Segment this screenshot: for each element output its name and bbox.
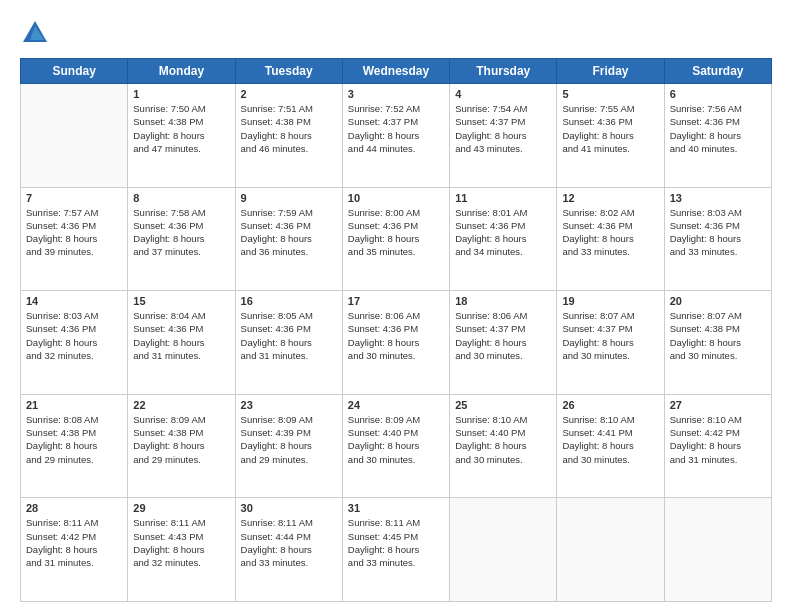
day-info-line: Daylight: 8 hours (670, 440, 741, 451)
calendar-cell: 26Sunrise: 8:10 AMSunset: 4:41 PMDayligh… (557, 394, 664, 498)
day-info-line: and 30 minutes. (455, 350, 523, 361)
day-info-line: and 30 minutes. (562, 350, 630, 361)
day-info-line: Sunrise: 8:04 AM (133, 310, 205, 321)
day-info-line: Daylight: 8 hours (133, 337, 204, 348)
calendar-week-row: 7Sunrise: 7:57 AMSunset: 4:36 PMDaylight… (21, 187, 772, 291)
day-info-line: and 47 minutes. (133, 143, 201, 154)
day-info: Sunrise: 7:50 AMSunset: 4:38 PMDaylight:… (133, 102, 229, 155)
day-info-line: Sunrise: 8:09 AM (348, 414, 420, 425)
day-info-line: Sunset: 4:36 PM (133, 220, 203, 231)
day-info-line: and 33 minutes. (562, 246, 630, 257)
calendar-cell: 9Sunrise: 7:59 AMSunset: 4:36 PMDaylight… (235, 187, 342, 291)
day-info-line: and 30 minutes. (348, 350, 416, 361)
calendar-cell (450, 498, 557, 602)
day-info: Sunrise: 7:54 AMSunset: 4:37 PMDaylight:… (455, 102, 551, 155)
day-info-line: and 32 minutes. (26, 350, 94, 361)
day-info-line: and 34 minutes. (455, 246, 523, 257)
calendar-week-row: 14Sunrise: 8:03 AMSunset: 4:36 PMDayligh… (21, 291, 772, 395)
day-info-line: Sunrise: 8:10 AM (455, 414, 527, 425)
calendar-week-row: 21Sunrise: 8:08 AMSunset: 4:38 PMDayligh… (21, 394, 772, 498)
day-info-line: Daylight: 8 hours (241, 130, 312, 141)
calendar-week-row: 28Sunrise: 8:11 AMSunset: 4:42 PMDayligh… (21, 498, 772, 602)
day-number: 2 (241, 88, 337, 100)
day-info-line: and 29 minutes. (26, 454, 94, 465)
day-info-line: Sunset: 4:42 PM (26, 531, 96, 542)
day-info-line: Sunset: 4:37 PM (562, 323, 632, 334)
day-info: Sunrise: 8:11 AMSunset: 4:42 PMDaylight:… (26, 516, 122, 569)
calendar-cell: 20Sunrise: 8:07 AMSunset: 4:38 PMDayligh… (664, 291, 771, 395)
day-number: 28 (26, 502, 122, 514)
calendar-header-row: SundayMondayTuesdayWednesdayThursdayFrid… (21, 59, 772, 84)
calendar-cell: 8Sunrise: 7:58 AMSunset: 4:36 PMDaylight… (128, 187, 235, 291)
day-info-line: Sunrise: 8:10 AM (670, 414, 742, 425)
day-info-line: and 29 minutes. (241, 454, 309, 465)
calendar-cell: 14Sunrise: 8:03 AMSunset: 4:36 PMDayligh… (21, 291, 128, 395)
day-number: 31 (348, 502, 444, 514)
day-info-line: Sunset: 4:37 PM (455, 116, 525, 127)
day-header-monday: Monday (128, 59, 235, 84)
day-header-friday: Friday (557, 59, 664, 84)
day-info-line: and 33 minutes. (670, 246, 738, 257)
day-info-line: Daylight: 8 hours (348, 440, 419, 451)
day-info: Sunrise: 7:52 AMSunset: 4:37 PMDaylight:… (348, 102, 444, 155)
day-info-line: and 46 minutes. (241, 143, 309, 154)
calendar-cell (21, 84, 128, 188)
day-info: Sunrise: 8:09 AMSunset: 4:39 PMDaylight:… (241, 413, 337, 466)
logo (20, 18, 54, 48)
calendar-cell: 25Sunrise: 8:10 AMSunset: 4:40 PMDayligh… (450, 394, 557, 498)
calendar-cell (557, 498, 664, 602)
day-number: 13 (670, 192, 766, 204)
day-info-line: Sunrise: 7:52 AM (348, 103, 420, 114)
calendar-week-row: 1Sunrise: 7:50 AMSunset: 4:38 PMDaylight… (21, 84, 772, 188)
day-info: Sunrise: 8:05 AMSunset: 4:36 PMDaylight:… (241, 309, 337, 362)
day-info-line: Sunrise: 8:03 AM (670, 207, 742, 218)
calendar-cell: 13Sunrise: 8:03 AMSunset: 4:36 PMDayligh… (664, 187, 771, 291)
day-info-line: Sunrise: 7:58 AM (133, 207, 205, 218)
day-info-line: Daylight: 8 hours (133, 544, 204, 555)
header (20, 18, 772, 48)
day-info-line: Sunrise: 8:11 AM (133, 517, 205, 528)
day-info-line: Sunrise: 7:56 AM (670, 103, 742, 114)
day-info-line: Daylight: 8 hours (241, 337, 312, 348)
day-info-line: Daylight: 8 hours (562, 233, 633, 244)
day-number: 8 (133, 192, 229, 204)
day-info-line: Sunrise: 8:01 AM (455, 207, 527, 218)
day-info: Sunrise: 8:00 AMSunset: 4:36 PMDaylight:… (348, 206, 444, 259)
day-info-line: Daylight: 8 hours (241, 233, 312, 244)
day-info-line: Daylight: 8 hours (455, 440, 526, 451)
day-info: Sunrise: 8:09 AMSunset: 4:40 PMDaylight:… (348, 413, 444, 466)
calendar-cell: 30Sunrise: 8:11 AMSunset: 4:44 PMDayligh… (235, 498, 342, 602)
day-info: Sunrise: 8:06 AMSunset: 4:36 PMDaylight:… (348, 309, 444, 362)
logo-icon (20, 18, 50, 48)
day-info-line: and 30 minutes. (670, 350, 738, 361)
day-info-line: and 41 minutes. (562, 143, 630, 154)
day-info: Sunrise: 8:10 AMSunset: 4:40 PMDaylight:… (455, 413, 551, 466)
day-info-line: Sunset: 4:37 PM (348, 116, 418, 127)
day-info-line: Sunset: 4:36 PM (670, 116, 740, 127)
day-header-thursday: Thursday (450, 59, 557, 84)
day-info-line: Sunrise: 7:50 AM (133, 103, 205, 114)
day-info-line: Daylight: 8 hours (26, 440, 97, 451)
day-info-line: Daylight: 8 hours (562, 337, 633, 348)
day-info-line: Sunset: 4:36 PM (241, 323, 311, 334)
day-info-line: and 30 minutes. (348, 454, 416, 465)
day-info-line: and 33 minutes. (348, 557, 416, 568)
day-number: 27 (670, 399, 766, 411)
day-info-line: Sunset: 4:38 PM (133, 427, 203, 438)
calendar-cell: 27Sunrise: 8:10 AMSunset: 4:42 PMDayligh… (664, 394, 771, 498)
day-info: Sunrise: 8:11 AMSunset: 4:44 PMDaylight:… (241, 516, 337, 569)
day-header-tuesday: Tuesday (235, 59, 342, 84)
day-info-line: Sunrise: 8:06 AM (455, 310, 527, 321)
day-info: Sunrise: 8:09 AMSunset: 4:38 PMDaylight:… (133, 413, 229, 466)
day-info-line: and 31 minutes. (26, 557, 94, 568)
day-info: Sunrise: 8:01 AMSunset: 4:36 PMDaylight:… (455, 206, 551, 259)
calendar-cell: 22Sunrise: 8:09 AMSunset: 4:38 PMDayligh… (128, 394, 235, 498)
day-number: 1 (133, 88, 229, 100)
day-info: Sunrise: 8:08 AMSunset: 4:38 PMDaylight:… (26, 413, 122, 466)
day-info: Sunrise: 7:51 AMSunset: 4:38 PMDaylight:… (241, 102, 337, 155)
day-number: 12 (562, 192, 658, 204)
day-info-line: Sunrise: 8:11 AM (26, 517, 98, 528)
day-info-line: Sunrise: 7:55 AM (562, 103, 634, 114)
day-info-line: Sunset: 4:42 PM (670, 427, 740, 438)
day-info-line: and 40 minutes. (670, 143, 738, 154)
